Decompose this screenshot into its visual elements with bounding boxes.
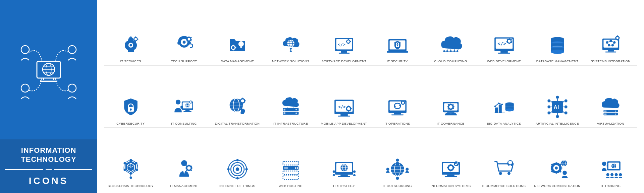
svg-point-196 — [494, 106, 496, 107]
svg-rect-39 — [240, 48, 242, 48]
icon-item-network-administration: NETWORK ADMINISTRATION — [531, 128, 584, 189]
ecommerce-solutions-label: E-COMMERCE SOLUTIONS — [482, 184, 526, 188]
svg-line-243 — [137, 164, 138, 169]
svg-point-306 — [499, 172, 502, 175]
svg-point-340 — [619, 173, 622, 176]
sub-title: ICONS — [5, 176, 92, 186]
svg-line-215 — [563, 111, 565, 113]
svg-line-239 — [125, 169, 127, 170]
svg-point-330 — [602, 162, 606, 166]
svg-point-102 — [551, 50, 564, 54]
digital-transformation-icon — [224, 93, 251, 120]
icon-item-web-hosting: WEB HOSTING — [264, 128, 317, 189]
divider-line-left — [5, 169, 43, 170]
database-management-icon — [544, 31, 571, 58]
svg-point-300 — [449, 166, 452, 170]
software-development-icon: </> — [331, 31, 358, 58]
database-management-label: DATABASE MANAGEMENT — [536, 59, 579, 63]
svg-rect-172 — [391, 114, 404, 115]
svg-rect-147 — [242, 103, 243, 104]
svg-point-37 — [238, 41, 244, 47]
svg-point-264 — [236, 159, 238, 161]
svg-rect-84 — [498, 53, 510, 54]
svg-rect-29 — [189, 37, 189, 38]
svg-point-109 — [606, 41, 608, 44]
svg-rect-303 — [453, 167, 455, 168]
icon-item-it-governance: IT GOVERNANCE — [424, 66, 477, 127]
icon-item-cybersecurity: CYBERSECURITY — [104, 66, 157, 127]
svg-text:</>: </> — [338, 42, 345, 47]
svg-rect-301 — [450, 164, 451, 166]
systems-integration-label: SYSTEMS INTEGRATION — [591, 59, 631, 63]
svg-line-213 — [563, 101, 565, 103]
icon-item-information-systems: INFORMATION SYSTEMS — [424, 128, 477, 189]
svg-rect-89 — [509, 43, 509, 44]
svg-rect-56 — [341, 51, 347, 53]
main-title: INFORMATION TECHNOLOGY — [5, 146, 92, 164]
it-security-label: IT SECURITY — [387, 59, 408, 63]
row-divider-1 — [104, 65, 637, 66]
it-consulting-label: IT CONSULTING — [171, 122, 197, 125]
svg-point-181 — [449, 105, 452, 109]
divider-line-right — [54, 169, 92, 170]
svg-point-136 — [190, 101, 192, 103]
svg-point-28 — [187, 38, 190, 41]
svg-rect-30 — [189, 41, 189, 42]
svg-point-273 — [297, 167, 298, 169]
network-solutions-icon — [277, 31, 304, 58]
svg-point-60 — [347, 41, 350, 43]
big-data-analytics-label: BIG DATA ANALYTICS — [487, 122, 521, 125]
svg-point-338 — [610, 173, 613, 176]
svg-rect-130 — [185, 110, 190, 111]
svg-rect-108 — [605, 52, 616, 53]
svg-point-176 — [402, 102, 404, 104]
svg-rect-220 — [604, 111, 606, 112]
cloud-computing-label: CLOUD COMPUTING — [434, 59, 467, 63]
right-panel: IT SERVICES — [97, 0, 644, 193]
icon-item-database-management: DATABASE MANAGEMENT — [531, 4, 584, 65]
icon-item-data-management: DATA MANAGEMENT — [211, 4, 264, 65]
svg-point-234 — [123, 162, 126, 164]
svg-point-339 — [614, 173, 618, 176]
svg-rect-124 — [615, 38, 616, 38]
icon-item-blockchain-technology: BLOCKCHAIN TECHNOLOGY — [104, 128, 157, 189]
icon-item-it-security: IT SECURITY — [371, 4, 424, 65]
icon-item-tech-support: TECH SUPPORT — [157, 4, 211, 65]
svg-point-11 — [68, 84, 76, 92]
svg-point-145 — [241, 99, 244, 102]
svg-line-244 — [124, 164, 124, 169]
svg-rect-17 — [135, 37, 136, 38]
svg-rect-320 — [560, 168, 562, 168]
svg-rect-153 — [283, 112, 285, 114]
svg-point-23 — [182, 41, 185, 44]
network-illustration — [15, 36, 82, 103]
svg-rect-32 — [186, 39, 188, 40]
svg-rect-183 — [450, 109, 451, 111]
network-administration-label: NETWORK ADMINISTRATION — [534, 184, 581, 188]
svg-point-164 — [347, 107, 350, 110]
web-hosting-icon — [277, 156, 304, 183]
svg-rect-38 — [240, 47, 242, 48]
svg-rect-160 — [340, 114, 348, 116]
svg-line-212 — [550, 111, 552, 113]
svg-rect-149 — [239, 101, 241, 101]
svg-rect-271 — [283, 176, 299, 179]
it-services-label: IT SERVICES — [120, 59, 141, 63]
svg-text:</>: </> — [497, 41, 506, 46]
svg-point-69 — [397, 45, 398, 47]
svg-rect-107 — [608, 50, 614, 52]
svg-rect-254 — [191, 168, 193, 168]
it-services-icon — [117, 31, 144, 58]
icon-item-software-development: </> SOFTWARE DEVELOPMENT — [317, 4, 371, 65]
it-strategy-icon — [331, 156, 358, 183]
svg-point-137 — [175, 100, 180, 104]
svg-rect-127 — [130, 109, 131, 111]
svg-point-292 — [396, 177, 399, 180]
svg-point-291 — [396, 158, 399, 162]
svg-point-266 — [236, 177, 238, 179]
svg-rect-2 — [40, 80, 57, 81]
svg-rect-63 — [350, 41, 351, 42]
data-management-label: DATA MANAGEMENT — [221, 59, 254, 63]
svg-rect-318 — [556, 162, 556, 164]
svg-rect-123 — [619, 38, 620, 38]
